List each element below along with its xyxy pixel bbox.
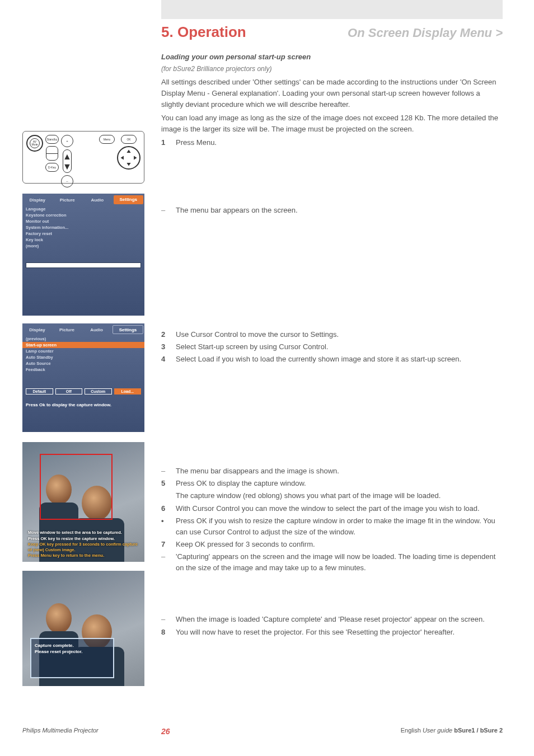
step-text: The capture window (red oblong) shows yo… [176, 490, 503, 501]
step-text: Press OK to display the capture window. [176, 478, 503, 489]
subsection-title: Loading your own personal start-up scree… [161, 51, 503, 63]
page-footer: Philips Multimedia Projector 26 English … [22, 727, 503, 734]
osd-item: Feedback [22, 367, 144, 373]
osd-option-off: Off [55, 388, 83, 395]
step-5b: The capture window (red oblong) shows yo… [161, 490, 503, 501]
step-text: Use Cursor Control to move the cursor to… [176, 329, 503, 340]
note-menu-appears: – The menu bar appears on the screen. [161, 205, 503, 216]
footer-right: English User guide bSure1 / bSure 2 [401, 727, 503, 734]
step-text: Press Menu. [176, 137, 503, 148]
osd-value-bar [26, 262, 141, 268]
osd-item: Factory reset [22, 231, 144, 237]
osd-hint: Press Ok to display the capture window. [26, 402, 141, 407]
subsection-subtitle: (for bSure2 Brilliance projectors only) [161, 64, 503, 74]
osd-item: (previous) [22, 336, 144, 342]
step-number: 8 [161, 627, 168, 638]
standby-button-icon: Standby [45, 135, 59, 144]
capture-overlay-text: Move window to select the area to be cap… [28, 530, 139, 558]
note-text: The menu bar disappears and the image is… [176, 466, 503, 477]
intro-paragraph-2: You can load any image as long as the si… [161, 112, 503, 135]
osd-item: Auto Source [22, 360, 144, 367]
step-number: 7 [161, 539, 168, 550]
footer-left: Philips Multimedia Projector [22, 727, 99, 734]
step-number: 2 [161, 329, 168, 340]
osd-item: (more) [22, 243, 144, 249]
step-text: Select Load if you wish to load the curr… [176, 354, 503, 365]
note-menu-disappears: – The menu bar disappears and the image … [161, 466, 503, 477]
osd-item: Auto Standby [22, 354, 144, 360]
step-1: 1 Press Menu. [161, 137, 503, 148]
osd-item: Key lock [22, 237, 144, 243]
section-subtitle: On Screen Display Menu > [348, 26, 503, 40]
capture-window-outline [40, 454, 113, 520]
page-header: 5. Operation On Screen Display Menu > [161, 24, 503, 41]
step-number: 3 [161, 341, 168, 353]
step-number [161, 490, 168, 501]
osd-item-selected: Start-up screen [22, 342, 144, 348]
figure-remote: AV Mute Standby D-Key + ▲▼ – Menu OK [22, 131, 144, 184]
osd-tab-picture: Picture [52, 327, 82, 332]
capture-complete-dialog: Capture complete. Please reset projector… [30, 638, 114, 678]
step-bullet: • Press OK if you wish to resize the cap… [161, 515, 503, 538]
osd-tab-audio: Audio [82, 327, 111, 332]
svg-marker-2 [121, 156, 124, 159]
step-number: 1 [161, 137, 168, 148]
dash-marker: – [161, 551, 168, 574]
osd-tab-settings: Settings [113, 325, 143, 334]
header-grey-bar [161, 0, 503, 19]
av-mute-button-icon: AV Mute [26, 135, 43, 152]
step-text: Keep OK pressed for 3 seconds to confirm… [176, 539, 503, 550]
osd-item: System information... [22, 224, 144, 231]
note-text: The menu bar appears on the screen. [176, 205, 503, 216]
step-text: Press OK if you wish to resize the captu… [176, 515, 503, 538]
main-content: Loading your own personal start-up scree… [161, 51, 503, 639]
dash-marker: – [161, 205, 168, 216]
osd-item: Lamp counter [22, 348, 144, 354]
step-3: 3 Select Start-up screen by using Cursor… [161, 341, 503, 353]
ok-button-icon: OK [121, 135, 137, 144]
photo-child-icon [46, 603, 72, 633]
osd-item: Keystone correction [22, 212, 144, 218]
step-6: 6 With Cursor Control you can move the w… [161, 503, 503, 514]
minus-button-icon: – [61, 175, 73, 187]
page-number: 26 [161, 727, 170, 736]
step-number: 6 [161, 503, 168, 514]
note-text: When the image is loaded 'Capture comple… [176, 614, 503, 625]
dash-marker: – [161, 466, 168, 477]
step-5: 5 Press OK to display the capture window… [161, 478, 503, 489]
svg-marker-1 [127, 163, 130, 166]
step-number: 4 [161, 354, 168, 365]
osd-item: Language [22, 206, 144, 212]
step-text: You will now have to reset the projector… [176, 627, 503, 638]
menu-button-icon: Menu [99, 135, 115, 144]
note-capture-complete: – When the image is loaded 'Capture comp… [161, 614, 503, 625]
figure-capture-complete: Capture complete. Please reset projector… [22, 571, 144, 686]
osd-option-default: Default [26, 388, 53, 395]
plus-button-icon: + [61, 135, 73, 147]
svg-marker-3 [134, 156, 137, 159]
osd-tab-settings: Settings [114, 195, 144, 204]
dkey-button-icon: D-Key [45, 163, 59, 172]
step-7: 7 Keep OK pressed for 3 seconds to confi… [161, 539, 503, 550]
svg-marker-0 [127, 150, 130, 153]
step-4: 4 Select Load if you wish to load the cu… [161, 354, 503, 365]
figure-osd-settings-2: Display Picture Audio Settings (previous… [22, 323, 144, 432]
step-number: 5 [161, 478, 168, 489]
step-text: With Cursor Control you can move the win… [176, 503, 503, 514]
bullet-marker: • [161, 515, 168, 538]
note-text: 'Capturing' appears on the screen and th… [176, 551, 503, 574]
osd-tab-audio: Audio [82, 198, 113, 203]
section-number-title: 5. Operation [161, 24, 246, 41]
cursor-dpad-icon [117, 146, 140, 170]
osd-tab-display: Display [22, 327, 52, 332]
figure-osd-settings-1: Display Picture Audio Settings Language … [22, 194, 144, 316]
step-2: 2 Use Cursor Control to move the cursor … [161, 329, 503, 340]
dash-marker: – [161, 614, 168, 625]
osd-tab-display: Display [22, 198, 53, 203]
note-capturing: – 'Capturing' appears on the screen and … [161, 551, 503, 574]
osd-option-load: Load... [114, 388, 142, 395]
figure-capture-window: Move window to select the area to be cap… [22, 442, 144, 562]
osd-option-custom: Custom [85, 388, 112, 395]
osd-tab-picture: Picture [53, 198, 83, 203]
step-8: 8 You will now have to reset the project… [161, 627, 503, 638]
